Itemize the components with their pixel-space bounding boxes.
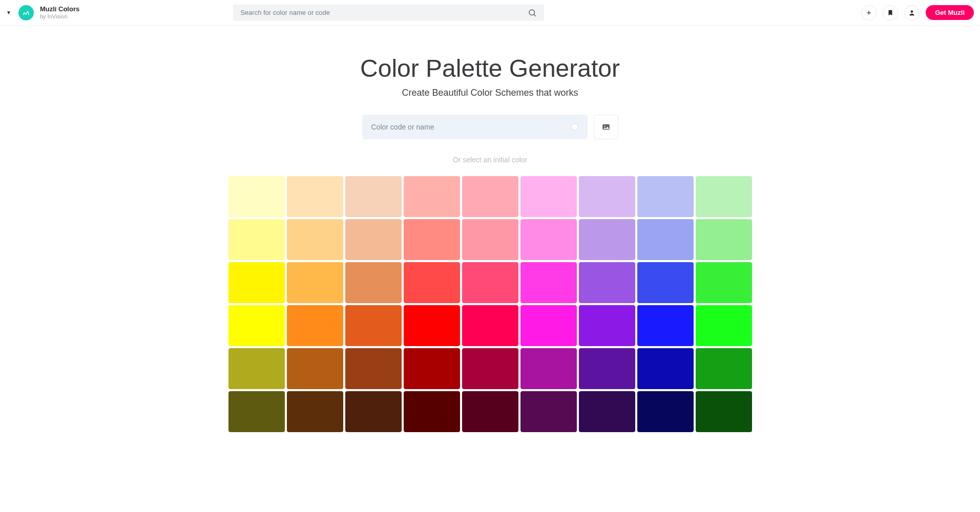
color-swatch[interactable] <box>579 176 635 217</box>
main: Color Palette Generator Create Beautiful… <box>208 26 772 432</box>
header-right: Get Muzli <box>861 5 974 20</box>
color-swatch[interactable] <box>462 305 518 346</box>
color-swatch[interactable] <box>345 391 402 432</box>
color-swatch[interactable] <box>287 176 343 217</box>
color-swatch[interactable] <box>404 262 460 303</box>
color-swatch[interactable] <box>228 391 285 432</box>
color-input[interactable] <box>371 123 571 131</box>
search-input[interactable] <box>240 9 528 16</box>
color-grid <box>228 176 752 432</box>
plus-icon <box>865 9 872 16</box>
color-swatch[interactable] <box>637 391 694 432</box>
page-subtitle: Create Beautiful Color Schemes that work… <box>208 88 772 98</box>
svg-point-6 <box>604 125 605 126</box>
page-title: Color Palette Generator <box>208 54 772 82</box>
color-swatch[interactable] <box>696 219 752 260</box>
color-swatch[interactable] <box>345 219 402 260</box>
color-swatch[interactable] <box>579 305 635 346</box>
color-swatch[interactable] <box>520 391 577 432</box>
color-swatch[interactable] <box>345 305 402 346</box>
image-icon <box>601 122 611 132</box>
user-icon <box>908 9 915 16</box>
color-swatch[interactable] <box>404 219 460 260</box>
color-swatch[interactable] <box>462 391 518 432</box>
color-swatch[interactable] <box>637 262 694 303</box>
color-swatch[interactable] <box>228 305 285 346</box>
bookmark-button[interactable] <box>883 5 898 20</box>
color-swatch[interactable] <box>637 219 694 260</box>
color-swatch[interactable] <box>345 262 402 303</box>
color-swatch[interactable] <box>696 348 752 389</box>
color-swatch[interactable] <box>520 305 577 346</box>
color-swatch[interactable] <box>520 176 577 217</box>
color-swatch[interactable] <box>404 176 460 217</box>
account-button[interactable] <box>904 5 920 20</box>
color-swatch[interactable] <box>579 348 635 389</box>
color-swatch[interactable] <box>345 348 402 389</box>
hint-text: Or select an initial color <box>208 156 772 164</box>
color-swatch[interactable] <box>287 348 343 389</box>
color-swatch[interactable] <box>579 219 635 260</box>
add-button[interactable] <box>861 5 877 20</box>
brand-text: Muzli Colors by InVision <box>40 6 79 20</box>
input-swatch-preview[interactable] <box>571 123 578 131</box>
color-swatch[interactable] <box>228 219 285 260</box>
get-muzli-button[interactable]: Get Muzli <box>926 5 974 20</box>
color-swatch[interactable] <box>696 305 752 346</box>
header: ▼ Muzli Colors by InVision Get Muzli <box>0 0 980 26</box>
color-swatch[interactable] <box>228 262 285 303</box>
color-swatch[interactable] <box>287 262 343 303</box>
color-swatch[interactable] <box>462 176 518 217</box>
svg-line-1 <box>534 14 536 16</box>
color-swatch[interactable] <box>696 391 752 432</box>
brand-name: Muzli Colors <box>40 6 79 13</box>
color-swatch[interactable] <box>404 391 460 432</box>
color-swatch[interactable] <box>520 348 577 389</box>
color-swatch[interactable] <box>404 348 460 389</box>
brand-sub: by InVision <box>40 13 79 20</box>
input-row <box>208 115 772 139</box>
dropdown-caret-icon[interactable]: ▼ <box>6 10 11 15</box>
header-search[interactable] <box>233 5 544 21</box>
color-swatch[interactable] <box>579 262 635 303</box>
upload-image-button[interactable] <box>594 115 618 139</box>
svg-point-4 <box>911 10 913 13</box>
color-swatch[interactable] <box>637 305 694 346</box>
color-swatch[interactable] <box>520 219 577 260</box>
color-swatch[interactable] <box>345 176 402 217</box>
svg-point-0 <box>529 10 535 15</box>
color-swatch[interactable] <box>520 262 577 303</box>
color-swatch[interactable] <box>696 262 752 303</box>
color-swatch[interactable] <box>462 348 518 389</box>
muzli-logo[interactable] <box>18 5 34 20</box>
color-swatch[interactable] <box>579 391 635 432</box>
color-swatch[interactable] <box>637 348 694 389</box>
color-input-box[interactable] <box>362 115 588 139</box>
color-swatch[interactable] <box>228 348 285 389</box>
bookmark-icon <box>887 9 894 16</box>
search-icon[interactable] <box>528 8 537 17</box>
header-left: ▼ Muzli Colors by InVision <box>6 5 79 20</box>
color-swatch[interactable] <box>637 176 694 217</box>
color-swatch[interactable] <box>287 305 343 346</box>
color-swatch[interactable] <box>462 219 518 260</box>
color-swatch[interactable] <box>228 176 285 217</box>
color-swatch[interactable] <box>404 305 460 346</box>
color-swatch[interactable] <box>696 176 752 217</box>
color-swatch[interactable] <box>287 219 343 260</box>
color-swatch[interactable] <box>462 262 518 303</box>
color-swatch[interactable] <box>287 391 343 432</box>
